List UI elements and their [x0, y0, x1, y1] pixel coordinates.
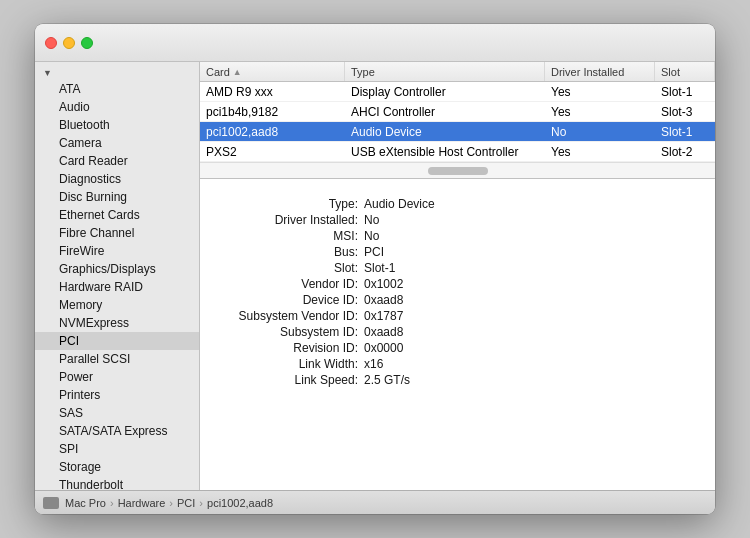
sidebar-item-card-reader[interactable]: Card Reader: [35, 152, 199, 170]
sidebar-item-nvmexpress[interactable]: NVMExpress: [35, 314, 199, 332]
td-driver: No: [545, 125, 655, 139]
th-type[interactable]: Type: [345, 62, 545, 81]
detail-value: x16: [364, 357, 701, 371]
detail-label: Subsystem Vendor ID:: [214, 309, 364, 323]
sidebar-item-bluetooth[interactable]: Bluetooth: [35, 116, 199, 134]
th-slot-label: Slot: [661, 66, 680, 78]
detail-label: Vendor ID:: [214, 277, 364, 291]
td-card: pci1b4b,9182: [200, 105, 345, 119]
sidebar-item-graphics-displays[interactable]: Graphics/Displays: [35, 260, 199, 278]
maximize-button[interactable]: [81, 37, 93, 49]
mac-pro-icon: [43, 497, 59, 509]
minimize-button[interactable]: [63, 37, 75, 49]
detail-label: Link Speed:: [214, 373, 364, 387]
table-row[interactable]: pci1b4b,9182AHCI ControllerYesSlot-3: [200, 102, 715, 122]
td-driver: Yes: [545, 105, 655, 119]
sort-arrow-icon: ▲: [233, 67, 242, 77]
sidebar: ▼ ATAAudioBluetoothCameraCard ReaderDiag…: [35, 62, 200, 490]
th-type-label: Type: [351, 66, 375, 78]
td-type: AHCI Controller: [345, 105, 545, 119]
table-scrollbar[interactable]: [200, 162, 715, 178]
breadcrumb-item[interactable]: PCI: [177, 497, 195, 509]
sidebar-item-fibre-channel[interactable]: Fibre Channel: [35, 224, 199, 242]
titlebar: [35, 24, 715, 62]
sidebar-section-hardware[interactable]: ▼: [35, 66, 199, 80]
table-body: AMD R9 xxxDisplay ControllerYesSlot-1pci…: [200, 82, 715, 162]
td-type: USB eXtensible Host Controller: [345, 145, 545, 159]
detail-value: Slot-1: [364, 261, 701, 275]
detail-label: Slot:: [214, 261, 364, 275]
detail-value: No: [364, 213, 701, 227]
th-driver-label: Driver Installed: [551, 66, 624, 78]
detail-value: 0x1787: [364, 309, 701, 323]
detail-value: 2.5 GT/s: [364, 373, 701, 387]
td-slot: Slot-3: [655, 105, 715, 119]
breadcrumb-item[interactable]: Mac Pro: [65, 497, 106, 509]
sidebar-item-ethernet-cards[interactable]: Ethernet Cards: [35, 206, 199, 224]
detail-value: 0xaad8: [364, 293, 701, 307]
traffic-lights: [45, 37, 93, 49]
sidebar-item-printers[interactable]: Printers: [35, 386, 199, 404]
sidebar-item-audio[interactable]: Audio: [35, 98, 199, 116]
sidebar-item-diagnostics[interactable]: Diagnostics: [35, 170, 199, 188]
detail-value: Audio Device: [364, 197, 701, 211]
td-card: AMD R9 xxx: [200, 85, 345, 99]
table-header: Card ▲ Type Driver Installed Slot: [200, 62, 715, 82]
detail-label: Device ID:: [214, 293, 364, 307]
table-row[interactable]: PXS2USB eXtensible Host ControllerYesSlo…: [200, 142, 715, 162]
td-card: pci1002,aad8: [200, 125, 345, 139]
sidebar-item-power[interactable]: Power: [35, 368, 199, 386]
sidebar-item-memory[interactable]: Memory: [35, 296, 199, 314]
td-slot: Slot-1: [655, 125, 715, 139]
detail-grid: Type:Audio DeviceDriver Installed:NoMSI:…: [214, 197, 701, 387]
td-slot: Slot-2: [655, 145, 715, 159]
main-window: ▼ ATAAudioBluetoothCameraCard ReaderDiag…: [35, 24, 715, 514]
breadcrumb-separator: ›: [199, 497, 203, 509]
detail-label: Driver Installed:: [214, 213, 364, 227]
th-card[interactable]: Card ▲: [200, 62, 345, 81]
td-type: Audio Device: [345, 125, 545, 139]
sidebar-item-thunderbolt[interactable]: Thunderbolt: [35, 476, 199, 490]
sidebar-item-spi[interactable]: SPI: [35, 440, 199, 458]
detail-value: 0x1002: [364, 277, 701, 291]
breadcrumb-item[interactable]: pci1002,aad8: [207, 497, 273, 509]
detail-label: Bus:: [214, 245, 364, 259]
breadcrumb-item[interactable]: Hardware: [118, 497, 166, 509]
sidebar-item-sas[interactable]: SAS: [35, 404, 199, 422]
breadcrumb-separator: ›: [110, 497, 114, 509]
close-button[interactable]: [45, 37, 57, 49]
sidebar-item-hardware-raid[interactable]: Hardware RAID: [35, 278, 199, 296]
sidebar-item-pci[interactable]: PCI: [35, 332, 199, 350]
breadcrumb-separator: ›: [169, 497, 173, 509]
th-driver[interactable]: Driver Installed: [545, 62, 655, 81]
sidebar-item-disc-burning[interactable]: Disc Burning: [35, 188, 199, 206]
detail-label: Subsystem ID:: [214, 325, 364, 339]
th-card-label: Card: [206, 66, 230, 78]
detail-label: Link Width:: [214, 357, 364, 371]
table-row[interactable]: pci1002,aad8Audio DeviceNoSlot-1: [200, 122, 715, 142]
pci-table-area: Card ▲ Type Driver Installed Slot AMD: [200, 62, 715, 179]
detail-value: PCI: [364, 245, 701, 259]
detail-value: 0xaad8: [364, 325, 701, 339]
detail-value: No: [364, 229, 701, 243]
table-row[interactable]: AMD R9 xxxDisplay ControllerYesSlot-1: [200, 82, 715, 102]
scrollbar-thumb[interactable]: [428, 167, 488, 175]
breadcrumb-bar: Mac Pro›Hardware›PCI›pci1002,aad8: [35, 490, 715, 514]
detail-label: Type:: [214, 197, 364, 211]
sidebar-item-storage[interactable]: Storage: [35, 458, 199, 476]
sidebar-item-parallel-scsi[interactable]: Parallel SCSI: [35, 350, 199, 368]
td-slot: Slot-1: [655, 85, 715, 99]
sidebar-item-firewire[interactable]: FireWire: [35, 242, 199, 260]
detail-label: MSI:: [214, 229, 364, 243]
td-card: PXS2: [200, 145, 345, 159]
td-driver: Yes: [545, 145, 655, 159]
sidebar-item-sata-express[interactable]: SATA/SATA Express: [35, 422, 199, 440]
sidebar-item-ata[interactable]: ATA: [35, 80, 199, 98]
content-area: ▼ ATAAudioBluetoothCameraCard ReaderDiag…: [35, 62, 715, 490]
right-panel: Card ▲ Type Driver Installed Slot AMD: [200, 62, 715, 490]
detail-label: Revision ID:: [214, 341, 364, 355]
detail-area: Type:Audio DeviceDriver Installed:NoMSI:…: [200, 179, 715, 490]
sidebar-item-camera[interactable]: Camera: [35, 134, 199, 152]
th-slot[interactable]: Slot: [655, 62, 715, 81]
detail-value: 0x0000: [364, 341, 701, 355]
